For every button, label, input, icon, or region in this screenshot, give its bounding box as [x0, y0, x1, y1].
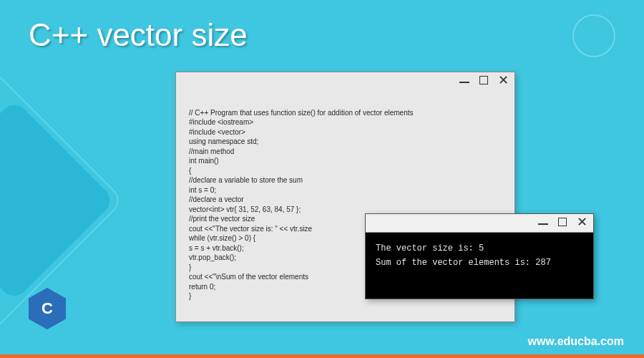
maximize-icon[interactable]	[558, 218, 567, 226]
terminal-titlebar: ✕	[366, 214, 593, 233]
website-url: www.educba.com	[527, 335, 624, 348]
cpp-logo-badge: C	[29, 288, 66, 329]
terminal-window: ✕ The vector size is: 5 Sum of the vecto…	[365, 213, 594, 299]
bottom-accent-bar	[0, 354, 644, 358]
cpp-logo-text: C	[42, 299, 53, 318]
bg-diamond-fill	[0, 100, 115, 302]
minimize-icon[interactable]	[538, 223, 548, 225]
window-controls: ✕	[459, 75, 509, 85]
bg-circle-outline	[572, 14, 615, 57]
terminal-controls: ✕	[538, 217, 587, 227]
close-icon[interactable]: ✕	[498, 75, 509, 85]
page-title: C++ vector size	[29, 17, 248, 53]
terminal-output: The vector size is: 5 Sum of the vector …	[366, 233, 593, 279]
maximize-icon[interactable]	[479, 76, 488, 84]
close-icon[interactable]: ✕	[577, 217, 587, 227]
minimize-icon[interactable]	[459, 82, 469, 83]
